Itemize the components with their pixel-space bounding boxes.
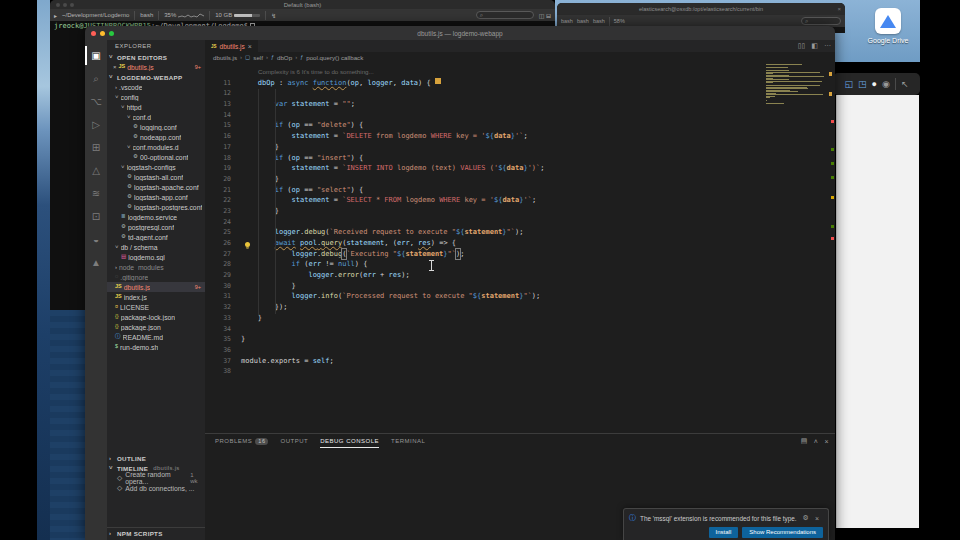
gear-icon[interactable]: ⚙ [803, 514, 809, 522]
breadcrumb-item[interactable]: self [253, 54, 263, 61]
zoom-button[interactable] [109, 31, 114, 36]
code-line[interactable]: 35} [205, 334, 835, 345]
terminal2-titlebar[interactable]: elasticsearch@osxdb:/opt/elasticsearch/c… [557, 3, 845, 15]
code-line[interactable]: 11 dbOp : async function(op, logger, dat… [205, 78, 835, 89]
overview-ruler[interactable] [830, 62, 835, 433]
close-icon[interactable]: × [837, 6, 841, 12]
editor-layout-icon[interactable]: ◧ [811, 42, 818, 50]
options-button[interactable]: ◉ [882, 80, 890, 89]
traffic-lights[interactable] [91, 31, 114, 36]
timeline-item[interactable]: ◇Add db connections, ... [107, 483, 205, 493]
code-line[interactable]: 28 if (err != null) { [205, 259, 835, 270]
code-line[interactable]: 29 logger.error(err + res); [205, 270, 835, 281]
minimize-button[interactable] [100, 31, 105, 36]
tree-item[interactable]: {}package-lock.json [107, 312, 205, 322]
close-icon[interactable]: × [113, 64, 117, 70]
test-icon[interactable]: △ [85, 159, 107, 182]
layers-icon[interactable]: ≋ [85, 182, 107, 205]
code-line[interactable]: 16 statement = `DELETE from logdemo WHER… [205, 131, 835, 142]
terminal-tab[interactable]: bash [577, 18, 589, 24]
tree-folder[interactable]: ˅db / schema [107, 242, 205, 252]
tree-item[interactable]: ◌.gitignore [107, 272, 205, 282]
show-recommendations-button[interactable]: Show Recommendations [742, 527, 823, 538]
code-line[interactable]: 23 } [205, 206, 835, 217]
run-debug-icon[interactable]: ▷ [85, 113, 107, 136]
search-icon[interactable]: ⌕ [85, 67, 107, 90]
tree-item[interactable]: ⚙logging.conf [107, 122, 205, 132]
google-drive-shortcut[interactable]: Google Drive [862, 8, 914, 44]
extensions-icon[interactable]: ⊞ [85, 136, 107, 159]
tree-item[interactable]: ⓘREADME.md [107, 332, 205, 342]
breadcrumb-item[interactable]: pool.query() callback [306, 54, 363, 61]
tree-folder[interactable]: ˅conf.modules.d [107, 142, 205, 152]
terminal-search-input[interactable]: ⌕ [476, 11, 534, 19]
close-icon[interactable]: × [248, 43, 252, 50]
tree-item[interactable]: $run-demo.sh [107, 342, 205, 352]
wedge-icon[interactable]: ▲ [85, 251, 107, 274]
minimap[interactable] [766, 64, 830, 108]
terminal-tab[interactable]: bash [561, 18, 573, 24]
code-line[interactable]: 18 if (op == "insert") { [205, 153, 835, 164]
tree-item[interactable]: ≣logdemo.service [107, 212, 205, 222]
code-line[interactable]: 24 [205, 217, 835, 228]
panel-tab-output[interactable]: OUTPUT [280, 434, 308, 448]
tab-dbutils[interactable]: JS dbutils.js × [205, 40, 259, 52]
tree-item[interactable]: ⚙nodeapp.conf [107, 132, 205, 142]
panel-tab-debug-console[interactable]: DEBUG CONSOLE [320, 434, 379, 448]
tree-item[interactable]: JSindex.js [107, 292, 205, 302]
traffic-lights[interactable] [56, 3, 74, 7]
capture-window-icon[interactable]: ◳ [858, 80, 867, 89]
capture-screen-icon[interactable]: ◱ [845, 80, 854, 89]
vscode-titlebar[interactable]: dbutils.js — logdemo-webapp [85, 26, 835, 40]
tree-folder[interactable]: ˅logstash-configs [107, 162, 205, 172]
more-actions-icon[interactable]: ⋯ [824, 42, 831, 50]
source-control-icon[interactable]: ⌥ [85, 90, 107, 113]
tree-item[interactable]: ¤LICENSE [107, 302, 205, 312]
code-line[interactable]: 20 } [205, 174, 835, 185]
npm-scripts-section[interactable]: ›NPM SCRIPTS [107, 528, 205, 538]
close-panel-icon[interactable]: × [824, 438, 829, 445]
code-line[interactable]: 14 [205, 110, 835, 121]
code-line[interactable]: 27 logger.debug(`Executing "${statement}… [205, 249, 835, 260]
close-button[interactable] [91, 31, 96, 36]
tree-item[interactable]: ⚙postgresql.conf [107, 222, 205, 232]
code-line[interactable]: 19 statement = `INSERT INTO logdemo (tex… [205, 163, 835, 174]
tree-item[interactable]: ⚙logstash-postgres.conf [107, 202, 205, 212]
tree-item[interactable]: ⚙00-optional.conf [107, 152, 205, 162]
terminal2-search-input[interactable]: ⌕ [801, 17, 841, 25]
code-line[interactable]: 31 logger.info(`Processed request to exe… [205, 291, 835, 302]
terminal-tab-path[interactable]: ~/Development/Logdemo [62, 12, 129, 18]
panel-layout-icon[interactable]: ▤ [801, 437, 808, 445]
open-editors-section[interactable]: ˅OPEN EDITORS [107, 52, 205, 62]
tree-item[interactable]: ▤logdemo.sql [107, 252, 205, 262]
code-editor[interactable]: Complexity is 6 It's time to do somethin… [205, 62, 835, 433]
terminal-titlebar[interactable]: Default (bash) [50, 0, 555, 9]
remote-icon[interactable]: ⊡ [85, 205, 107, 228]
code-line[interactable]: 38 [205, 366, 835, 377]
code-line[interactable]: 33 } [205, 313, 835, 324]
code-line[interactable]: 36 [205, 345, 835, 356]
outline-section[interactable]: ›OUTLINE [107, 453, 205, 463]
panel-tab-problems[interactable]: PROBLEMS16 [215, 434, 268, 448]
code-line[interactable]: 21 if (op == "select") { [205, 185, 835, 196]
split-editor-icon[interactable]: ▯▯ [798, 42, 806, 50]
chevron-up-icon[interactable]: ˄ [814, 438, 819, 445]
lightbulb-icon[interactable] [245, 242, 250, 247]
explorer-icon[interactable]: ▣ [85, 44, 107, 67]
code-line[interactable]: 25 logger.debug(`Received request to exe… [205, 227, 835, 238]
breadcrumb-item[interactable]: dbOp [277, 54, 292, 61]
code-line[interactable]: 30 } [205, 281, 835, 292]
code-line[interactable]: 34 [205, 324, 835, 335]
tree-folder[interactable]: ›.vscode [107, 82, 205, 92]
code-line[interactable]: 22 statement = `SELECT * FROM logdemo WH… [205, 195, 835, 206]
code-line[interactable]: 26 await pool.query(statement, (err, res… [205, 238, 835, 249]
tree-item[interactable]: ⚙td-agent.conf [107, 232, 205, 242]
code-line[interactable]: 15 if (op == "delete") { [205, 120, 835, 131]
tree-item[interactable]: ⚙logstash-all.conf [107, 172, 205, 182]
project-root[interactable]: ˅LOGDEMO-WEBAPP [107, 72, 205, 82]
tree-item[interactable]: JSdbutils.js9+ [107, 282, 205, 292]
terminal-tab-shell[interactable]: bash [140, 12, 153, 18]
code-line[interactable]: 13 var statement = ""; [205, 99, 835, 110]
tree-folder[interactable]: ˅conf.d [107, 112, 205, 122]
record-button[interactable]: ● [872, 80, 877, 89]
